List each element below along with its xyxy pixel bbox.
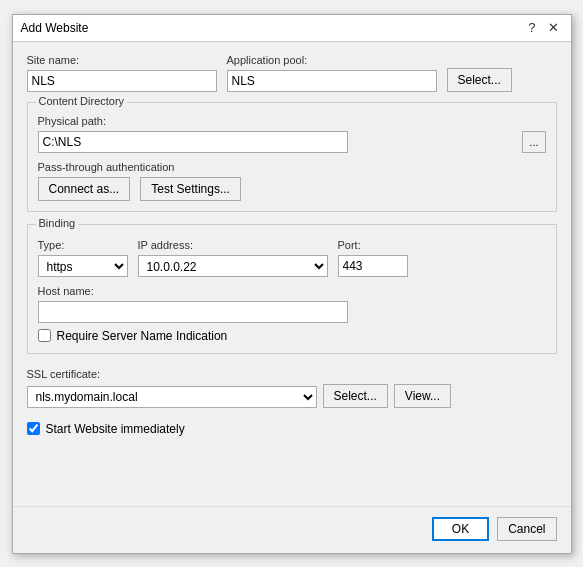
test-settings-button[interactable]: Test Settings... xyxy=(140,177,241,201)
app-pool-input[interactable] xyxy=(227,70,437,92)
ssl-row: nls.mydomain.local Select... View... xyxy=(27,384,557,408)
sni-checkbox[interactable] xyxy=(38,329,51,342)
ok-button[interactable]: OK xyxy=(432,517,489,541)
sni-label: Require Server Name Indication xyxy=(57,329,228,343)
sni-row: Require Server Name Indication xyxy=(38,329,546,343)
ssl-select-button[interactable]: Select... xyxy=(323,384,388,408)
dialog-body: Site name: Application pool: Select... C… xyxy=(13,42,571,506)
port-group: Port: xyxy=(338,239,408,277)
site-name-group: Site name: xyxy=(27,54,217,92)
connect-as-button[interactable]: Connect as... xyxy=(38,177,131,201)
add-website-dialog: Add Website ? ✕ Site name: Application p… xyxy=(12,14,572,554)
help-button[interactable]: ? xyxy=(524,21,539,34)
binding-fields-row: Type: https http IP address: 10.0.0.22 P… xyxy=(38,239,546,277)
cancel-button[interactable]: Cancel xyxy=(497,517,556,541)
hostname-group: Host name: xyxy=(38,285,546,323)
pass-through-label: Pass-through authentication xyxy=(38,161,546,173)
site-app-row: Site name: Application pool: Select... xyxy=(27,54,557,92)
dialog-title: Add Website xyxy=(21,21,89,35)
start-website-row: Start Website immediately xyxy=(27,422,557,436)
binding-label: Binding xyxy=(36,217,79,229)
app-pool-group: Application pool: xyxy=(227,54,437,92)
port-input[interactable] xyxy=(338,255,408,277)
browse-button[interactable]: ... xyxy=(522,131,545,153)
hostname-input[interactable] xyxy=(38,301,348,323)
ssl-select[interactable]: nls.mydomain.local xyxy=(27,386,317,408)
ip-select[interactable]: 10.0.0.22 xyxy=(138,255,328,277)
site-name-input[interactable] xyxy=(27,70,217,92)
type-group: Type: https http xyxy=(38,239,128,277)
ip-group: IP address: 10.0.0.22 xyxy=(138,239,328,277)
type-label: Type: xyxy=(38,239,128,251)
type-select[interactable]: https http xyxy=(38,255,128,277)
close-button[interactable]: ✕ xyxy=(544,21,563,34)
physical-path-group: Physical path: xyxy=(38,115,519,153)
start-website-label: Start Website immediately xyxy=(46,422,185,436)
physical-path-input[interactable] xyxy=(38,131,348,153)
binding-section: Binding Type: https http IP address: 10.… xyxy=(27,224,557,354)
physical-path-row: Physical path: ... xyxy=(38,115,546,153)
title-bar: Add Website ? ✕ xyxy=(13,15,571,42)
ssl-section: SSL certificate: nls.mydomain.local Sele… xyxy=(27,368,557,408)
select-app-pool-button[interactable]: Select... xyxy=(447,68,512,92)
content-directory-label: Content Directory xyxy=(36,95,128,107)
hostname-label: Host name: xyxy=(38,285,546,297)
auth-buttons-row: Connect as... Test Settings... xyxy=(38,177,546,201)
content-directory-section: Content Directory Physical path: ... Pas… xyxy=(27,102,557,212)
app-pool-label: Application pool: xyxy=(227,54,437,66)
site-name-label: Site name: xyxy=(27,54,217,66)
start-website-checkbox[interactable] xyxy=(27,422,40,435)
ssl-view-button[interactable]: View... xyxy=(394,384,451,408)
ssl-label: SSL certificate: xyxy=(27,368,557,380)
dialog-footer: OK Cancel xyxy=(13,506,571,553)
port-label: Port: xyxy=(338,239,408,251)
physical-path-label: Physical path: xyxy=(38,115,519,127)
ip-label: IP address: xyxy=(138,239,328,251)
